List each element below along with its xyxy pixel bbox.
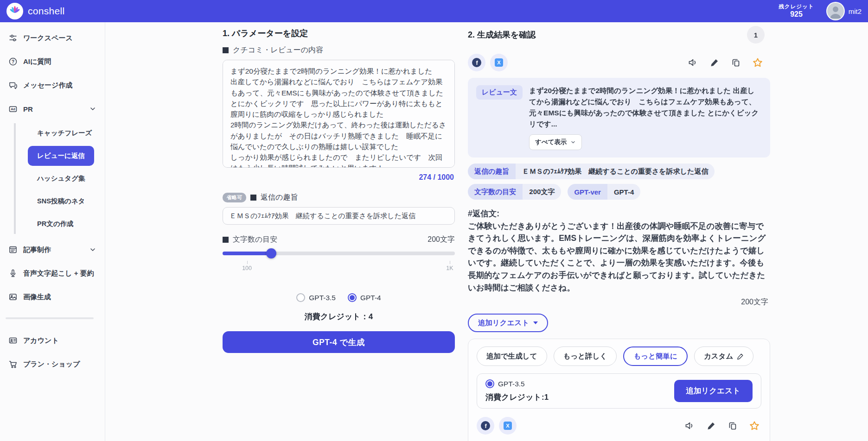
sub-request-button[interactable]: 追加リクエスト: [674, 380, 753, 402]
review-excerpt: まず20分寝たままで2時間のランニング効果！に惹かれました 出産してから湯漏れな…: [529, 85, 762, 130]
sidebar-item-label: プラン・ショップ: [23, 360, 80, 369]
additional-request-dropdown[interactable]: 追加リクエスト: [468, 314, 548, 332]
sub-request-left: GPT-3.5 消費クレジット:1: [485, 379, 549, 403]
slider-ticks: 100 1K: [223, 261, 455, 273]
generated-reply-text: #返信文: ご体験いただきありがとうございます！出産後の体調や睡眠不足の改善に寄…: [468, 208, 770, 294]
sidebar-item-ask-ai[interactable]: ? AIに質問: [0, 52, 105, 71]
length-label: 文字数の目安: [233, 235, 277, 245]
radio-label: GPT-3.5: [309, 294, 336, 302]
radio-sub-gpt35[interactable]: GPT-3.5: [485, 379, 549, 388]
purpose-label-row: 省略可 返信の趣旨: [223, 193, 455, 202]
optional-badge: 省略可: [223, 193, 246, 202]
sidebar-item-plan-shop[interactable]: プラン・ショップ: [0, 355, 105, 373]
edit-pencil-icon[interactable]: [710, 58, 719, 67]
review-excerpt-wrap: まず20分寝たままで2時間のランニング効果！に惹かれました 出産してから湯漏れな…: [529, 85, 762, 150]
chevron-down-icon: [89, 105, 96, 113]
x-share-button[interactable]: X: [499, 417, 517, 435]
sidebar-item-label: アカウント: [23, 336, 59, 345]
radio-circle[interactable]: [296, 293, 305, 302]
sidebar-item-pr-text[interactable]: PR文の作成: [28, 214, 83, 234]
sidebar-item-image-gen[interactable]: 画像生成: [0, 288, 105, 306]
gpt-tag-value: GPT-4: [607, 184, 640, 200]
additional-request-card: 追加で生成して もっと詳しく もっと簡単に カスタム GPT-3.: [468, 339, 770, 441]
square-marker: [250, 195, 256, 201]
svg-text:Ad: Ad: [11, 107, 15, 111]
credits-value: 925: [779, 10, 814, 19]
quick-simpler-button[interactable]: もっと簡単に: [623, 346, 687, 366]
brand-name[interactable]: conshell: [28, 6, 64, 17]
edit-pencil-icon: [737, 353, 744, 360]
main-content: 1. パラメーターを設定 クチコミ・レビューの内容 まず20分寝たままで2時間の…: [105, 22, 868, 441]
sidebar-item-hashtags[interactable]: ハッシュタグ集: [28, 169, 95, 189]
chevron-down-icon: [89, 246, 96, 253]
quick-custom-button[interactable]: カスタム: [694, 346, 753, 366]
sidebar-item-message[interactable]: メッセージ作成: [0, 76, 105, 94]
sidebar-item-account[interactable]: アカウント: [0, 331, 105, 350]
x-share-button[interactable]: X: [490, 54, 508, 71]
length-value: 200文字: [428, 235, 455, 245]
char-counter: 274 / 1000: [223, 173, 454, 182]
username[interactable]: mit2: [849, 7, 862, 15]
avatar[interactable]: [826, 2, 845, 20]
radio-gpt4[interactable]: GPT-4: [348, 293, 381, 302]
svg-text:X: X: [506, 423, 510, 429]
result-count-badge: 1: [747, 26, 765, 44]
review-textarea[interactable]: まず20分寝たままで2時間のランニング効果！に惹かれました 出産してから湯漏れな…: [223, 60, 455, 168]
copy-icon[interactable]: [728, 421, 737, 430]
sidebar-item-voice[interactable]: 音声文字起こし + 要約: [0, 264, 105, 283]
question-icon: ?: [8, 57, 18, 66]
generate-button[interactable]: GPT-4 で生成: [223, 331, 455, 353]
share-buttons: f X: [468, 54, 508, 71]
pr-submenu: キャッチフレーズ レビューに返信 ハッシュタグ集 SNS投稿のネタ PR文の作成: [14, 123, 105, 234]
sidebar-item-article[interactable]: 記事制作: [0, 240, 105, 259]
radio-gpt35[interactable]: GPT-3.5: [296, 293, 336, 302]
length-tag-value: 200文字: [523, 184, 561, 200]
review-content-label-row: クチコミ・レビューの内容: [223, 45, 455, 55]
sidebar-item-label: ワークスペース: [23, 34, 73, 43]
sidebar-item-label: 記事制作: [23, 246, 51, 254]
sidebar-item-label: メッセージ作成: [23, 81, 72, 90]
radio-circle-selected[interactable]: [485, 379, 494, 388]
length-slider[interactable]: [223, 247, 455, 259]
show-all-button[interactable]: すべて表示: [529, 134, 581, 150]
speaker-icon[interactable]: [688, 57, 698, 68]
sidebar-item-pr[interactable]: Ad PR: [0, 100, 105, 118]
svg-text:X: X: [497, 60, 501, 65]
copy-icon[interactable]: [731, 58, 740, 67]
edit-pencil-icon[interactable]: [707, 421, 716, 430]
share-buttons: f X: [477, 417, 517, 435]
slider-thumb[interactable]: [266, 248, 276, 258]
purpose-input[interactable]: [223, 207, 455, 225]
parameters-panel: 1. パラメーターを設定 クチコミ・レビューの内容 まず20分寝たままで2時間の…: [223, 26, 455, 441]
sidebar-item-workspace[interactable]: ワークスペース: [0, 29, 105, 47]
sidebar-item-catchphrase[interactable]: キャッチフレーズ: [28, 123, 101, 143]
sidebar-item-sns-ideas[interactable]: SNS投稿のネタ: [28, 191, 94, 211]
article-icon: [8, 245, 18, 254]
tick-min-label: 100: [242, 265, 252, 271]
top-header: conshell 残クレジット 925 mit2: [0, 0, 868, 22]
sidebar: ワークスペース ? AIに質問 メッセージ作成 Ad PR キャッチフ: [0, 22, 105, 441]
tick-max-label: 1K: [446, 265, 453, 271]
id-card-icon: [8, 336, 18, 345]
review-source-card: レビュー文 まず20分寝たままで2時間のランニング効果！に惹かれました 出産して…: [468, 78, 770, 158]
quick-regenerate-button[interactable]: 追加で生成して: [477, 346, 547, 366]
favorite-star-icon[interactable]: [749, 421, 760, 431]
credits-label: 残クレジット: [779, 3, 814, 10]
radio-circle-selected[interactable]: [348, 293, 357, 302]
message-icon: [8, 81, 18, 90]
facebook-share-button[interactable]: f: [468, 54, 485, 71]
gpt-version-tag: GPT-ver GPT-4: [568, 184, 640, 200]
workspace-icon: [8, 33, 18, 43]
x-icon: X: [503, 421, 512, 430]
facebook-share-button[interactable]: f: [477, 417, 494, 435]
favorite-star-icon[interactable]: [753, 57, 763, 68]
speaker-icon[interactable]: [684, 421, 695, 431]
brand-logo[interactable]: [6, 3, 23, 19]
model-select-row: GPT-3.5 GPT-4: [223, 293, 455, 302]
quick-more-detail-button[interactable]: もっと詳しく: [554, 346, 617, 366]
sidebar-item-review-reply[interactable]: レビューに返信: [28, 146, 94, 166]
sidebar-item-label: 音声文字起こし + 要約: [23, 269, 94, 278]
purpose-tag-label: 返信の趣旨: [468, 164, 516, 179]
quick-request-buttons: 追加で生成して もっと詳しく もっと簡単に カスタム: [477, 346, 761, 366]
quick-custom-label: カスタム: [704, 352, 733, 361]
